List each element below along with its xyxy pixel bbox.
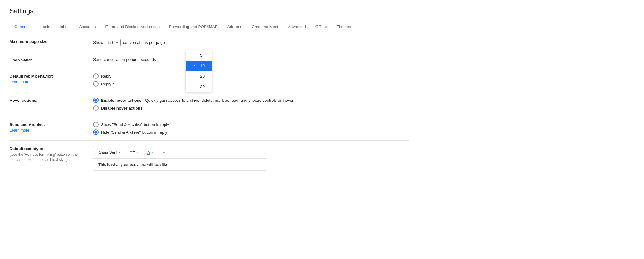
show-send-archive-option[interactable]: Show "Send & Archive" button in reply: [93, 122, 409, 127]
toolbar-divider-1: [125, 149, 125, 155]
per-page-label: conversations per page: [123, 40, 165, 45]
enable-hover-radio[interactable]: [93, 98, 99, 103]
show-send-archive-radio[interactable]: [93, 122, 99, 127]
font-family-picker[interactable]: Sans Serif ▼: [97, 149, 123, 156]
check-10: ✓: [193, 64, 198, 68]
page-title: Settings: [10, 7, 409, 15]
tab-offline[interactable]: Offline: [311, 21, 332, 33]
toolbar-divider-2: [143, 149, 143, 155]
show-label: Show: [93, 40, 103, 45]
disable-hover-option[interactable]: Disable hover actions: [93, 105, 409, 111]
tab-advanced[interactable]: Advanced: [283, 21, 311, 33]
reply-radio[interactable]: [93, 73, 99, 79]
page-size-inline: Show 50 conversations per page: [93, 39, 409, 46]
page-size-select[interactable]: 50: [106, 39, 121, 46]
tab-inbox[interactable]: Inbox: [55, 21, 74, 33]
max-page-size-control: Show 50 conversations per page 5 ✓ 10: [93, 39, 409, 46]
dropdown-option-30[interactable]: 30: [186, 81, 212, 92]
remove-format-icon: ✕: [162, 150, 166, 155]
hover-actions-row: Hover actions: Enable hover actions - Qu…: [10, 92, 409, 116]
font-color-icon: A: [147, 150, 150, 155]
enable-hover-radio-inner: [94, 99, 97, 102]
max-page-size-label: Maximum page size:: [10, 39, 93, 44]
disable-hover-radio[interactable]: [93, 105, 99, 111]
hover-actions-control: Enable hover actions - Quickly gain acce…: [93, 98, 409, 111]
enable-hover-option[interactable]: Enable hover actions - Quickly gain acce…: [93, 98, 409, 103]
default-text-style-row: Default text style: (Use the 'Remove for…: [10, 141, 409, 176]
send-archive-label: Send and Archive: Learn more: [10, 122, 93, 132]
page-size-dropdown[interactable]: 5 ✓ 10 20 30: [186, 50, 212, 92]
font-size-chevron-icon: ▼: [136, 151, 139, 154]
hide-send-archive-radio-inner: [94, 131, 97, 134]
text-style-toolbar: Sans Serif ▼ TT ▼ A ▼: [93, 146, 266, 159]
font-size-label: T: [130, 150, 132, 155]
tab-accounts[interactable]: Accounts: [74, 21, 101, 33]
font-family-label: Sans Serif: [99, 150, 117, 155]
undo-send-label: Undo Send:: [10, 57, 93, 62]
send-archive-learn-more[interactable]: Learn more: [10, 128, 93, 132]
font-family-chevron-icon: ▼: [118, 151, 121, 154]
reply-option[interactable]: Reply: [93, 73, 409, 79]
tabs-nav: General Labels Inbox Accounts Filters an…: [10, 21, 409, 33]
undo-inline: Send cancellation period: seconds: [93, 57, 409, 62]
send-archive-control: Show "Send & Archive" button in reply Hi…: [93, 122, 409, 135]
hide-send-archive-option[interactable]: Hide "Send & Archive" button in reply: [93, 130, 409, 135]
send-cancellation-label: Send cancellation period:: [93, 57, 139, 62]
text-style-preview: This is what your body text will look li…: [93, 159, 266, 170]
toolbar-divider-3: [158, 149, 158, 155]
font-color-picker[interactable]: A ▼: [145, 149, 155, 156]
tab-filters[interactable]: Filters and Blocked Addresses: [100, 21, 164, 33]
remove-format-button[interactable]: ✕: [160, 149, 168, 156]
reply-all-radio[interactable]: [93, 81, 99, 87]
tab-labels[interactable]: Labels: [33, 21, 55, 33]
undo-send-control: Send cancellation period: seconds: [93, 57, 409, 62]
reply-all-option[interactable]: Reply all: [93, 81, 409, 87]
text-style-box: Sans Serif ▼ TT ▼ A ▼: [93, 146, 266, 171]
tab-themes[interactable]: Themes: [332, 21, 356, 33]
default-text-style-control: Sans Serif ▼ TT ▼ A ▼: [93, 146, 409, 171]
dropdown-option-20[interactable]: 20: [186, 71, 212, 81]
tab-general[interactable]: General: [10, 21, 33, 33]
dropdown-option-10[interactable]: ✓ 10: [186, 61, 212, 71]
seconds-label: seconds: [141, 57, 156, 62]
tab-forwarding[interactable]: Forwarding and POP/IMAP: [164, 21, 223, 33]
settings-body: Maximum page size: Show 50 conversations…: [10, 33, 409, 176]
hover-actions-label: Hover actions:: [10, 98, 93, 103]
default-reply-label: Default reply behavior: Learn more: [10, 73, 93, 84]
send-archive-row: Send and Archive: Learn more Show "Send …: [10, 116, 409, 141]
font-color-chevron-icon: ▼: [151, 151, 154, 154]
tab-chat-meet[interactable]: Chat and Meet: [247, 21, 283, 33]
max-page-size-row: Maximum page size: Show 50 conversations…: [10, 33, 409, 52]
default-reply-control: Reply Reply all: [93, 73, 409, 87]
dropdown-option-5[interactable]: 5: [186, 50, 212, 61]
hide-send-archive-radio[interactable]: [93, 130, 99, 135]
tab-addons[interactable]: Add-ons: [223, 21, 247, 33]
default-reply-learn-more[interactable]: Learn more: [10, 80, 93, 84]
default-text-style-label: Default text style: (Use the 'Remove for…: [10, 146, 93, 162]
font-size-sub-icon: T: [133, 151, 135, 154]
font-size-picker[interactable]: TT ▼: [128, 149, 140, 156]
